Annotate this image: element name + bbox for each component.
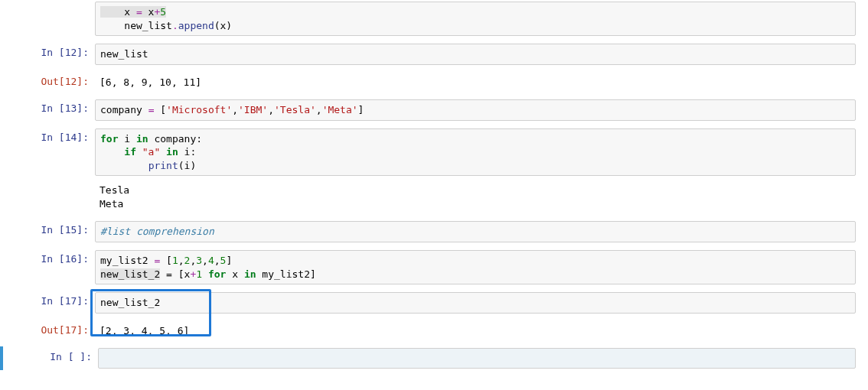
output-cell-12: Out[12]: [6, 8, 9, 10, 11] [0, 71, 868, 94]
code-cell-12: In [12]: new_list [0, 42, 868, 67]
code-input-17[interactable]: new_list_2 [95, 292, 856, 314]
code-input-partial[interactable]: x = x+5 new_list.append(x) [95, 2, 856, 36]
code-input-14[interactable]: for i in company: if "a" in i: print(i) [95, 128, 856, 177]
code-cell-15: In [15]: #list comprehension [0, 219, 868, 244]
code-cell-empty: In [ ]: [0, 346, 868, 370]
code-cell-13: In [13]: company = ['Microsoft','IBM','T… [0, 98, 868, 122]
code-input-16[interactable]: my_list2 = [1,2,3,4,5] new_list_2 = [x+1… [95, 250, 856, 284]
output-cell-17: Out[17]: [2, 3, 4, 5, 6] [0, 320, 868, 343]
prompt-out-12: Out[12]: [5, 73, 95, 87]
prompt-in-14: In [14]: [5, 128, 95, 143]
prompt-out-17: Out[17]: [5, 321, 95, 336]
code-cell-14: In [14]: for i in company: if "a" in i: … [0, 127, 868, 216]
output-text-12: [6, 8, 9, 10, 11] [95, 73, 856, 93]
code-input-15[interactable]: #list comprehension [95, 221, 856, 242]
prompt-in-blank [5, 2, 95, 5]
prompt-in-13: In [13]: [5, 99, 95, 114]
prompt-in-empty: In [ ]: [8, 348, 98, 362]
code-input-13[interactable]: company = ['Microsoft','IBM','Tesla','Me… [95, 99, 856, 121]
output-text-14: Tesla Meta [95, 180, 856, 213]
notebook-container: x = x+5 new_list.append(x) In [12]: new_… [0, 0, 868, 370]
code-cell-16: In [16]: my_list2 = [1,2,3,4,5] new_list… [0, 249, 868, 286]
prompt-in-12: In [12]: [5, 44, 95, 58]
code-input-12[interactable]: new_list [95, 44, 856, 65]
prompt-in-16: In [16]: [5, 250, 95, 265]
code-cell-17: In [17]: new_list_2 [0, 291, 868, 315]
prompt-in-15: In [15]: [5, 221, 95, 236]
output-text-17: [2, 3, 4, 5, 6] [95, 321, 856, 341]
prompt-in-17: In [17]: [5, 292, 95, 307]
code-cell-partial: x = x+5 new_list.append(x) [0, 0, 868, 37]
code-input-empty[interactable] [98, 348, 856, 369]
